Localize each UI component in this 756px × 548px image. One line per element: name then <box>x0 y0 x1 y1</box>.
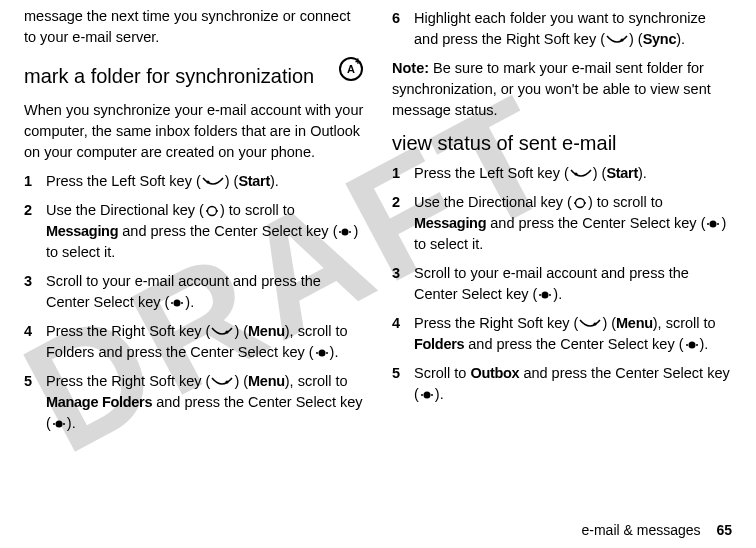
step-row: 3 Scroll to your e-mail account and pres… <box>24 271 364 313</box>
svg-point-33 <box>688 342 695 349</box>
step-body: Press the Right Soft key () (Menu), scro… <box>46 371 364 434</box>
svg-point-8 <box>339 231 341 233</box>
svg-point-37 <box>421 394 423 396</box>
page-footer: e-mail & messages 65 <box>581 522 732 538</box>
step-text: ). <box>700 336 709 352</box>
step-text: Press the Right Soft key ( <box>414 315 578 331</box>
step-row: 3 Scroll to your e-mail account and pres… <box>392 263 732 305</box>
svg-point-17 <box>226 381 229 384</box>
note-paragraph: Note: Be sure to mark your e-mail sent f… <box>392 58 732 121</box>
step-text: ). <box>676 31 685 47</box>
step-body: Scroll to your e-mail account and press … <box>414 263 732 305</box>
directional-key-icon <box>204 205 220 217</box>
step-body: Scroll to your e-mail account and press … <box>46 271 364 313</box>
svg-point-27 <box>707 223 709 225</box>
svg-point-11 <box>171 302 173 304</box>
step-text: ). <box>270 173 279 189</box>
step-number: 4 <box>392 313 414 355</box>
menu-target-label: Messaging <box>46 223 118 239</box>
left-softkey-icon <box>201 176 225 188</box>
step-text: Use the Directional key ( <box>414 194 572 210</box>
step-number: 2 <box>24 200 46 263</box>
menu-target-label: Manage Folders <box>46 394 152 410</box>
step-body: Scroll to Outbox and press the Center Se… <box>414 363 732 405</box>
step-row: 2 Use the Directional key () to scroll t… <box>24 200 364 263</box>
right-softkey-icon <box>210 376 234 388</box>
softkey-label: Sync <box>643 31 676 47</box>
step-text: ). <box>435 386 444 402</box>
svg-point-13 <box>226 331 229 334</box>
svg-point-32 <box>594 323 597 326</box>
step-text: ) to scroll to <box>588 194 663 210</box>
left-column: message the next time you synchronize or… <box>24 0 364 490</box>
svg-point-18 <box>55 421 62 428</box>
step-text: ). <box>330 344 339 360</box>
menu-target-label: Folders <box>414 336 464 352</box>
step-body: Use the Directional key () to scroll to … <box>46 200 364 263</box>
step-text: and press the Center Select key ( <box>118 223 337 239</box>
step-number: 5 <box>24 371 46 434</box>
right-column: 6 Highlight each folder you want to sync… <box>392 0 732 490</box>
step-number: 2 <box>392 192 414 255</box>
note-body: Be sure to mark your e-mail sent folder … <box>392 60 711 118</box>
svg-point-16 <box>326 352 328 354</box>
step-text: Press the Right Soft key ( <box>46 323 210 339</box>
sync-ring-icon: A+ <box>338 56 364 88</box>
step-body: Highlight each folder you want to synchr… <box>414 8 732 50</box>
svg-point-29 <box>542 292 549 299</box>
step-number: 3 <box>24 271 46 313</box>
step-row: 1 Press the Left Soft key () (Start). <box>392 163 732 184</box>
svg-point-14 <box>318 350 325 357</box>
step-row: 4 Press the Right Soft key () (Menu), sc… <box>24 321 364 363</box>
right-softkey-icon <box>605 34 629 46</box>
svg-point-3 <box>206 180 209 183</box>
step-row: 6 Highlight each folder you want to sync… <box>392 8 732 50</box>
step-number: 5 <box>392 363 414 405</box>
right-softkey-icon <box>578 318 602 330</box>
menu-target-label: Outbox <box>470 365 519 381</box>
step-text: and press the Center Select key ( <box>486 215 705 231</box>
step-number: 3 <box>392 263 414 305</box>
step-row: 4 Press the Right Soft key () (Menu), sc… <box>392 313 732 355</box>
svg-point-6 <box>216 210 218 212</box>
svg-point-20 <box>63 423 65 425</box>
center-select-key-icon <box>314 347 330 359</box>
step-text: ) ( <box>629 31 643 47</box>
step-text: ). <box>67 415 76 431</box>
svg-point-5 <box>206 210 208 212</box>
step-text: ), scroll to <box>653 315 716 331</box>
step-row: 5 Scroll to Outbox and press the Center … <box>392 363 732 405</box>
directional-key-icon <box>572 197 588 209</box>
step-text: ) to scroll to <box>220 202 295 218</box>
softkey-label: Menu <box>616 315 653 331</box>
step-body: Press the Right Soft key () (Menu), scro… <box>46 321 364 363</box>
step-text: Press the Left Soft key ( <box>414 165 569 181</box>
step-text: ) ( <box>234 323 248 339</box>
svg-point-23 <box>575 199 584 208</box>
step-body: Press the Right Soft key () (Menu), scro… <box>414 313 732 355</box>
svg-point-4 <box>207 207 216 216</box>
step-text: Press the Right Soft key ( <box>46 373 210 389</box>
svg-point-30 <box>539 294 541 296</box>
svg-point-15 <box>316 352 318 354</box>
left-softkey-icon <box>569 168 593 180</box>
center-select-key-icon <box>169 297 185 309</box>
center-select-key-icon <box>705 218 721 230</box>
step-text: ). <box>185 294 194 310</box>
svg-point-7 <box>342 229 349 236</box>
menu-target-label: Messaging <box>414 215 486 231</box>
step-body: Press the Left Soft key () (Start). <box>46 171 364 192</box>
svg-text:A: A <box>347 63 355 75</box>
step-row: 2 Use the Directional key () to scroll t… <box>392 192 732 255</box>
step-text: ) ( <box>602 315 616 331</box>
step-text: ). <box>638 165 647 181</box>
center-select-key-icon <box>684 339 700 351</box>
step-text: ) ( <box>593 165 607 181</box>
softkey-label: Menu <box>248 323 285 339</box>
step-text: Use the Directional key ( <box>46 202 204 218</box>
svg-point-31 <box>549 294 551 296</box>
center-select-key-icon <box>419 389 435 401</box>
step-text: and press the Center Select key ( <box>464 336 683 352</box>
center-select-key-icon <box>51 418 67 430</box>
softkey-label: Start <box>606 165 638 181</box>
